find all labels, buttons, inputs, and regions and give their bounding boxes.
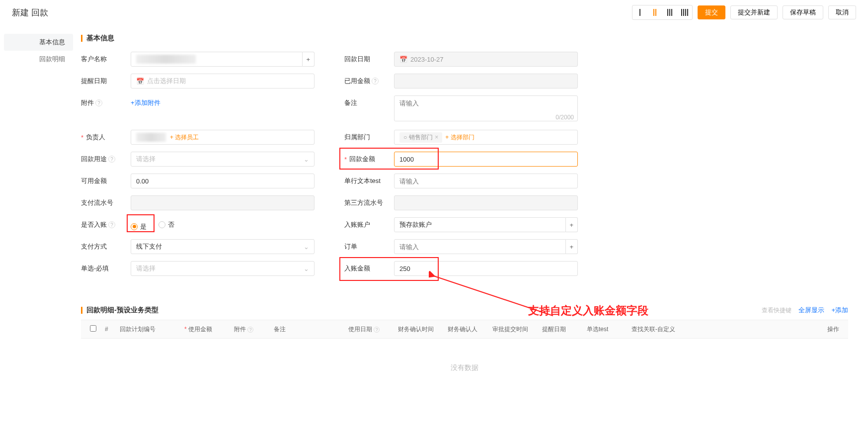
- chevron-down-icon: ⌄: [304, 265, 309, 272]
- help-icon: ?: [95, 99, 102, 106]
- purpose-label: 回款用途?: [81, 152, 126, 164]
- customer-name-label: 客户名称: [81, 52, 126, 64]
- single-text-label: 单行文本test: [344, 174, 389, 185]
- remove-tag-icon[interactable]: ×: [435, 134, 438, 141]
- payment-date-input[interactable]: 📅 2023-10-27: [394, 52, 578, 67]
- dept-tag-icon: ○: [403, 134, 407, 141]
- calendar-icon: 📅: [136, 78, 144, 85]
- serial-input[interactable]: [131, 195, 315, 210]
- owner-input[interactable]: + 选择员工: [131, 130, 315, 145]
- add-attachment-link[interactable]: +添加附件: [131, 99, 160, 106]
- submit-new-button[interactable]: 提交并新建: [730, 5, 778, 19]
- used-amount-input[interactable]: [394, 74, 578, 89]
- booked-label: 是否入账?: [81, 217, 126, 229]
- order-label: 订单: [344, 239, 389, 251]
- account-label: 入账账户: [344, 217, 389, 229]
- shortcuts-link[interactable]: 查看快捷键: [762, 306, 791, 315]
- table-empty: 没有数据: [81, 339, 848, 397]
- remind-date-label: 提醒日期: [81, 74, 126, 86]
- dept-input[interactable]: ○销售部门× + 选择部门: [394, 130, 578, 145]
- third-serial-input[interactable]: [394, 195, 578, 210]
- add-row-link[interactable]: +添加: [831, 306, 848, 315]
- section-detail-title: 回款明细-预设业务类型: [81, 306, 158, 315]
- help-icon: ?: [108, 156, 115, 163]
- account-add-button[interactable]: +: [566, 217, 578, 232]
- select-dept-link[interactable]: + 选择部门: [445, 133, 474, 142]
- remark-label: 备注: [344, 95, 389, 107]
- book-amount-input[interactable]: [394, 261, 578, 276]
- order-add-button[interactable]: +: [566, 239, 578, 254]
- third-serial-label: 第三方流水号: [344, 195, 389, 207]
- remark-textarea[interactable]: [394, 95, 578, 121]
- customer-name-input[interactable]: [131, 52, 303, 67]
- attachment-label: 附件?: [81, 95, 126, 107]
- customer-add-button[interactable]: +: [303, 52, 315, 67]
- calendar-icon: 📅: [399, 56, 407, 63]
- help-icon: ?: [372, 78, 379, 85]
- page-title: 新建 回款: [12, 7, 48, 18]
- remind-date-input[interactable]: 📅 点击选择日期: [131, 74, 315, 89]
- help-icon: ?: [108, 221, 115, 228]
- payment-amount-label: *回款金额: [344, 152, 389, 164]
- table-header: # 回款计划编号 * 使用金额 附件 ? 备注 使用日期 ? 财务确认时间 财务…: [81, 320, 848, 339]
- pay-method-label: 支付方式: [81, 239, 126, 251]
- chevron-down-icon: ⌄: [304, 243, 309, 251]
- fullscreen-link[interactable]: 全屏显示: [798, 306, 824, 315]
- select-owner-link[interactable]: + 选择员工: [170, 133, 199, 142]
- select-req-label: 单选-必填: [81, 261, 126, 273]
- sidebar-item-detail[interactable]: 回款明细: [0, 51, 77, 68]
- booked-yes-radio[interactable]: 是: [131, 222, 147, 231]
- booked-no-radio[interactable]: 否: [158, 220, 174, 229]
- pay-method-select[interactable]: 线下支付 ⌄: [131, 239, 315, 254]
- save-draft-button[interactable]: 保存草稿: [783, 5, 823, 19]
- remark-counter: 0/2000: [555, 114, 574, 121]
- submit-button[interactable]: 提交: [698, 5, 725, 19]
- payment-date-label: 回款日期: [344, 52, 389, 64]
- section-basic-title: 基本信息: [81, 34, 848, 43]
- owner-label: *负责人: [81, 130, 126, 142]
- book-amount-label: 入账金额: [344, 261, 389, 273]
- annotation-text: 支持自定义入账金额字段: [528, 303, 648, 318]
- dept-label: 归属部门: [344, 130, 389, 142]
- account-input[interactable]: 预存款账户: [394, 217, 566, 232]
- select-req-select[interactable]: 请选择 ⌄: [131, 261, 315, 276]
- purpose-select[interactable]: 请选择 ⌄: [131, 152, 315, 167]
- order-input[interactable]: [394, 239, 566, 254]
- payment-amount-input[interactable]: [394, 152, 578, 167]
- cancel-button[interactable]: 取消: [828, 5, 856, 19]
- available-label: 可用金额: [81, 174, 126, 185]
- select-all-checkbox[interactable]: [90, 325, 96, 332]
- density-toggle[interactable]: [632, 5, 693, 20]
- sidebar-item-basic[interactable]: 基本信息: [4, 34, 73, 51]
- serial-label: 支付流水号: [81, 195, 126, 207]
- used-amount-label: 已用金额?: [344, 74, 389, 86]
- chevron-down-icon: ⌄: [304, 156, 309, 163]
- available-input[interactable]: [131, 174, 315, 188]
- single-text-input[interactable]: [394, 174, 578, 188]
